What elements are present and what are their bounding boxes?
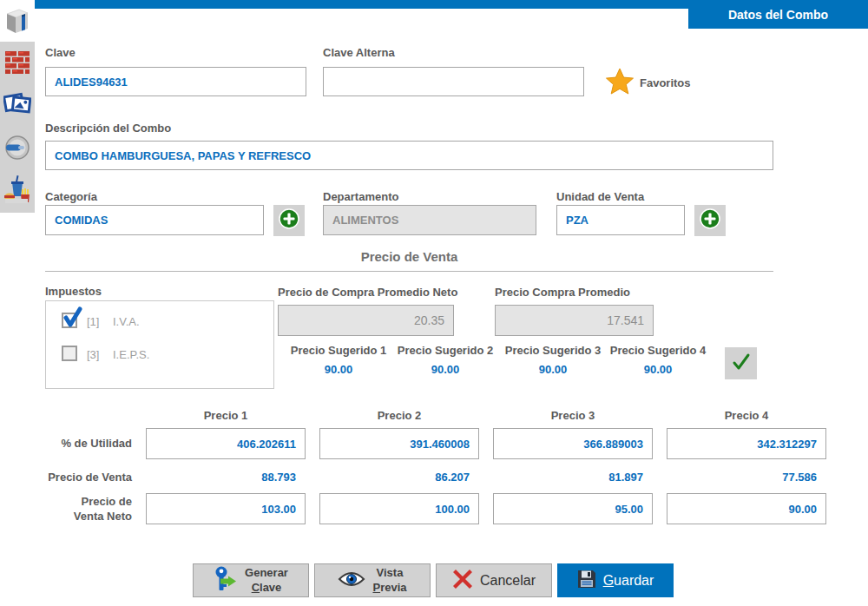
precio-venta-value-2: 86.207: [319, 471, 479, 484]
check-icon: [62, 306, 83, 333]
guardar-label: Guardar: [603, 573, 654, 589]
sidebar-item-products[interactable]: [0, 47, 35, 82]
generar-clave-button[interactable]: Generar Clave: [193, 563, 309, 597]
categoria-label: Categoría: [45, 190, 97, 203]
precio-venta-neto-input-1[interactable]: 103.00: [146, 493, 306, 524]
departamento-input: ALIMENTOS: [323, 205, 536, 235]
guardar-button[interactable]: Guardar: [557, 563, 674, 597]
plus-icon: [699, 207, 721, 234]
add-categoria-button[interactable]: [273, 205, 305, 236]
cancelar-button[interactable]: Cancelar: [436, 563, 552, 597]
ieps-code: [3]: [87, 348, 99, 361]
sidebar-item-costs[interactable]: [0, 132, 35, 167]
combo-food-icon: [3, 174, 31, 208]
departamento-label: Departamento: [323, 190, 398, 203]
precio-venta-neto-value-2: 100.00: [435, 503, 470, 516]
precio-venta-value-3: 81.897: [493, 471, 653, 484]
utilidad-input-1[interactable]: 406.202611: [146, 428, 306, 459]
unidad-venta-value: PZA: [566, 214, 589, 227]
utilidad-input-3[interactable]: 366.889003: [493, 428, 653, 459]
departamento-value: ALIMENTOS: [332, 214, 398, 227]
sidebar-item-images[interactable]: [0, 89, 35, 123]
col-header-precio-2: Precio 2: [319, 409, 479, 422]
ieps-checkbox[interactable]: [62, 346, 77, 361]
precio-venta-neto-input-2[interactable]: 100.00: [319, 493, 479, 524]
bricks-icon: [5, 51, 30, 77]
package-icon: [4, 7, 30, 38]
red-x-icon: [452, 569, 473, 593]
clave-label: Clave: [45, 46, 76, 59]
star-icon: [605, 84, 635, 99]
precio-compra-neto-value: 20.35: [414, 313, 444, 327]
precio-sugerido-4-value: 90.00: [602, 363, 713, 376]
utilidad-input-4[interactable]: 342.312297: [667, 428, 826, 459]
add-unidad-button[interactable]: [694, 205, 726, 236]
favoritos-label: Favoritos: [640, 76, 691, 89]
utilidad-value-2: 391.460008: [410, 438, 470, 451]
green-check-icon: [731, 352, 752, 375]
sidebar-item-combo[interactable]: [0, 174, 35, 208]
precio-venta-neto-input-3[interactable]: 95.00: [493, 493, 653, 524]
precio-compra-promedio-field: 17.541: [495, 305, 654, 336]
clave-alterna-input[interactable]: [323, 67, 584, 96]
utilidad-row-label: % de Utilidad: [0, 437, 132, 451]
col-header-precio-4: Precio 4: [667, 409, 826, 422]
precio-venta-neto-value-1: 103.00: [261, 503, 296, 516]
categoria-value: COMIDAS: [55, 214, 108, 227]
ieps-name: I.E.P.S.: [113, 348, 149, 361]
iva-checkbox[interactable]: [62, 313, 77, 328]
generar-clave-label: Generar Clave: [245, 566, 288, 596]
descripcion-value: COMBO HAMBURGUESA, PAPAS Y REFRESCO: [55, 149, 311, 162]
precio-venta-value-1: 88.793: [146, 471, 306, 484]
tab-datos-del-combo[interactable]: Datos del Combo: [688, 0, 868, 29]
eye-icon: [338, 570, 365, 592]
precio-compra-promedio-value: 17.541: [607, 313, 644, 327]
coin-icon: [5, 135, 30, 163]
utilidad-value-3: 366.889003: [583, 438, 643, 451]
clave-input[interactable]: ALIDES94631: [45, 67, 306, 96]
precio-sugerido-4: Precio Sugerido 4 90.00: [602, 344, 713, 376]
precio-sugerido-4-label: Precio Sugerido 4: [602, 344, 713, 357]
precio-sugerido-1-value: 90.00: [283, 363, 394, 376]
utilidad-value-1: 406.202611: [237, 438, 296, 451]
impuestos-label: Impuestos: [45, 285, 102, 298]
precio-venta-neto-row-label: Precio de Venta Neto: [0, 495, 132, 524]
favoritos-toggle[interactable]: [605, 67, 635, 96]
categoria-input[interactable]: COMIDAS: [45, 205, 264, 235]
precio-sugerido-1: Precio Sugerido 1 90.00: [283, 344, 394, 376]
precio-sugerido-2-value: 90.00: [390, 363, 501, 376]
precio-sugerido-3: Precio Sugerido 3 90.00: [497, 344, 608, 376]
precio-compra-promedio-label: Precio Compra Promedio: [495, 286, 630, 299]
descripcion-label: Descripción del Combo: [45, 122, 171, 135]
precio-compra-neto-label: Precio de Compra Promedio Neto: [278, 286, 457, 299]
precio-sugerido-3-value: 90.00: [497, 363, 608, 376]
precio-venta-neto-label-line1: Precio de: [0, 495, 132, 510]
precio-venta-neto-label-line2: Venta Neto: [0, 510, 132, 524]
clave-alterna-label: Clave Alterna: [323, 46, 395, 59]
precio-venta-neto-value-3: 95.00: [615, 503, 643, 516]
utilidad-value-4: 342.312297: [757, 438, 817, 451]
precio-sugerido-1-label: Precio Sugerido 1: [283, 344, 394, 357]
vista-previa-button[interactable]: Vista Previa: [314, 563, 431, 597]
iva-name: I.V.A.: [113, 315, 140, 328]
utilidad-input-2[interactable]: 391.460008: [319, 428, 479, 459]
precio-sugerido-3-label: Precio Sugerido 3: [497, 344, 608, 357]
unidad-venta-label: Unidad de Venta: [556, 190, 644, 203]
precio-sugerido-2: Precio Sugerido 2 90.00: [390, 344, 501, 376]
unidad-venta-input[interactable]: PZA: [556, 205, 685, 235]
section-divider: [45, 271, 773, 272]
sidebar-item-combo-data[interactable]: [0, 5, 35, 40]
precio-venta-neto-value-4: 90.00: [788, 503, 817, 516]
tab-label: Datos del Combo: [728, 8, 828, 22]
apply-sugeridos-button[interactable]: [725, 347, 757, 379]
col-header-precio-1: Precio 1: [146, 409, 306, 422]
iva-code: [1]: [87, 315, 99, 328]
descripcion-input[interactable]: COMBO HAMBURGUESA, PAPAS Y REFRESCO: [45, 141, 773, 170]
key-icon: [214, 565, 238, 596]
precio-sugerido-2-label: Precio Sugerido 2: [390, 344, 501, 357]
floppy-disk-icon: [577, 570, 596, 592]
precio-venta-neto-input-4[interactable]: 90.00: [667, 493, 826, 524]
clave-value: ALIDES94631: [55, 76, 128, 89]
plus-icon: [278, 207, 300, 234]
section-title-precio-de-venta: Precio de Venta: [45, 249, 773, 264]
